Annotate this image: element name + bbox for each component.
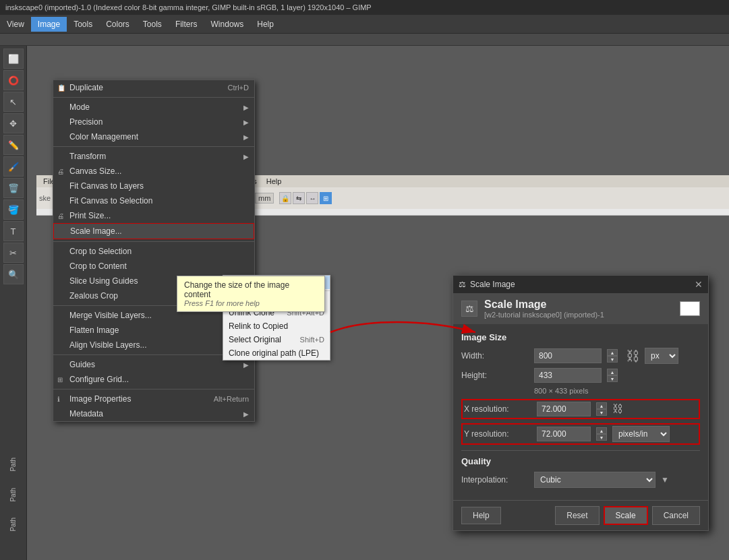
dialog-body: Image Size Width: ▲ ▼ ⛓ px % in mm (453, 324, 708, 500)
menu-item-crop-content[interactable]: Crop to Content (53, 259, 254, 274)
res-unit-select[interactable]: pixels/in pixels/mm (612, 426, 670, 442)
menu-item-canvas-size[interactable]: 🖨 Canvas Size... (53, 164, 254, 179)
dialog-divider (461, 450, 700, 451)
tool-paint[interactable]: 🖌️ (3, 156, 24, 177)
menu-item-transform[interactable]: Transform ▶ (53, 149, 254, 164)
title-text: inskscape0 (imported)-1.0 (Indexed color… (5, 3, 372, 11)
menu-item-view[interactable]: View (0, 17, 31, 32)
chain-link-icon[interactable]: ⛓ (626, 348, 639, 364)
height-spin-down[interactable]: ▼ (607, 375, 618, 382)
dialog-titlebar: ⚖ Scale Image ✕ (453, 276, 708, 293)
duplicate-shortcut: Ctrl+D (228, 84, 249, 92)
scale-image-dialog: ⚖ Scale Image ✕ ⚖ Scale Image [w2-tutori… (453, 275, 709, 531)
px-info: 800 × 433 pixels (534, 387, 700, 395)
divider-1 (53, 97, 254, 98)
menu-item-fit-layers[interactable]: Fit Canvas to Layers (53, 179, 254, 193)
x-resolution-row: X resolution: ▲ ▼ ⛓ (461, 399, 700, 419)
menu-item-help[interactable]: Help (250, 17, 281, 32)
ink-btn2[interactable]: ⇆ (293, 192, 305, 204)
precision-label: Precision (69, 117, 103, 127)
height-input[interactable] (534, 368, 602, 383)
height-label: Height: (461, 371, 529, 380)
menu-item-mode[interactable]: Mode ▶ (53, 100, 254, 115)
ink-ctx-relink[interactable]: Relink to Copied (223, 319, 330, 333)
menu-item-tools2[interactable]: Tools (136, 17, 169, 32)
tool-move[interactable]: ✥ (3, 113, 24, 133)
color-mgmt-label: Color Management (69, 132, 138, 142)
ink-ctx-select-original[interactable]: Select Original Shift+D (223, 333, 330, 346)
tooltip-box: Change the size of the image content Pre… (177, 276, 325, 312)
ink-unit[interactable]: mm (255, 193, 274, 204)
dialog-close-button[interactable]: ✕ (695, 279, 703, 290)
width-spinners: ▲ ▼ (607, 349, 618, 363)
select-original-shortcut: Shift+D (300, 336, 324, 344)
width-unit-select[interactable]: px % in mm (645, 348, 678, 364)
image-dropdown-menu: 📋 Duplicate Ctrl+D Mode ▶ Precision ▶ Co… (53, 80, 255, 422)
width-spin-up[interactable]: ▲ (607, 349, 618, 356)
x-res-input[interactable] (537, 402, 591, 416)
ink-btn4[interactable]: ⊞ (320, 192, 332, 204)
dialog-image-preview (680, 301, 700, 316)
menu-item-precision[interactable]: Precision ▶ (53, 115, 254, 129)
precision-arrow: ▶ (243, 119, 249, 126)
menu-item-color-management[interactable]: Color Management ▶ (53, 129, 254, 144)
ink-ctx-clone-path[interactable]: Clone original path (LPE) (223, 346, 330, 360)
guides-label: Guides (69, 360, 95, 369)
tool-text[interactable]: T (3, 221, 24, 241)
menu-item-tools[interactable]: Tools (67, 17, 99, 32)
tool-ellipse[interactable]: ⭕ (3, 70, 24, 90)
res-chain-link[interactable]: ⛓ (612, 403, 623, 415)
menu-item-fit-selection[interactable]: Fit Canvas to Selection (53, 193, 254, 208)
menu-item-image-props[interactable]: ℹ Image Properties Alt+Return (53, 392, 254, 406)
tool-zoom[interactable]: 🔍 (3, 264, 24, 284)
y-res-spin-up[interactable]: ▲ (596, 427, 607, 434)
tool-fill[interactable]: 🪣 (3, 199, 24, 220)
height-spin-up[interactable]: ▲ (607, 369, 618, 375)
tool-eraser[interactable]: 🗑️ (3, 178, 24, 198)
align-layers-label: Align Visible Layers... (69, 340, 147, 350)
interpolation-select[interactable]: Cubic Linear None Nohalo LoHalo (534, 472, 655, 488)
canvas-size-icon: 🖨 (57, 168, 64, 175)
interpolation-label: Interpolation: (461, 475, 529, 485)
menu-item-metadata[interactable]: Metadata ▶ (53, 406, 254, 421)
help-button[interactable]: Help (461, 507, 501, 524)
width-input[interactable] (534, 348, 602, 363)
menu-item-colors[interactable]: Colors (99, 17, 136, 32)
menu-item-print-size[interactable]: 🖨 Print Size... (53, 208, 254, 223)
ink-lock-btn[interactable]: 🔒 (279, 192, 291, 204)
red-arrow-indicator (324, 312, 486, 352)
tool-rect[interactable]: ⬜ (3, 49, 24, 69)
tool-select[interactable]: ↖ (3, 92, 24, 112)
image-size-section-title: Image Size (461, 332, 700, 342)
fit-selection-label: Fit Canvas to Selection (69, 196, 152, 206)
y-res-input[interactable] (537, 427, 591, 441)
image-props-shortcut: Alt+Return (214, 395, 249, 403)
width-spin-down[interactable]: ▼ (607, 356, 618, 363)
reset-button[interactable]: Reset (555, 506, 599, 525)
menu-item-windows[interactable]: Windows (204, 17, 251, 32)
y-res-spin-down[interactable]: ▼ (596, 434, 607, 441)
tool-crop[interactable]: ✂ (3, 243, 24, 263)
path-label-1: Path (8, 456, 18, 473)
menu-item-filters[interactable]: Filters (169, 17, 204, 32)
configure-grid-label: Configure Grid... (69, 375, 129, 384)
y-res-spinners: ▲ ▼ (596, 427, 607, 441)
x-res-spin-up[interactable]: ▲ (596, 402, 607, 409)
props-icon: ℹ (57, 396, 60, 403)
menu-item-image[interactable]: Image (31, 17, 67, 32)
menu-item-crop-selection[interactable]: Crop to Selection (53, 244, 254, 259)
canvas-area: File Edit View Object Path Text Filters … (27, 46, 729, 560)
ink-btn3[interactable]: ↔ (306, 192, 318, 204)
scale-image-label: Scale Image... (70, 226, 122, 236)
menu-item-scale-image[interactable]: Scale Image... (53, 223, 254, 239)
scale-button[interactable]: Scale (604, 506, 648, 525)
color-mgmt-arrow: ▶ (243, 133, 249, 141)
tool-pencil[interactable]: ✏️ (3, 135, 24, 155)
ink-menu-help[interactable]: Help (262, 177, 286, 186)
menu-item-configure-grid[interactable]: ⊞ Configure Grid... (53, 372, 254, 387)
x-res-spin-down[interactable]: ▼ (596, 409, 607, 416)
y-res-label: Y resolution: (464, 429, 531, 439)
menu-item-duplicate[interactable]: 📋 Duplicate Ctrl+D (53, 80, 254, 95)
main-area: ⬜ ⭕ ↖ ✥ ✏️ 🖌️ 🗑️ 🪣 T ✂ 🔍 Path Path Path … (0, 46, 729, 560)
cancel-button[interactable]: Cancel (652, 506, 700, 525)
